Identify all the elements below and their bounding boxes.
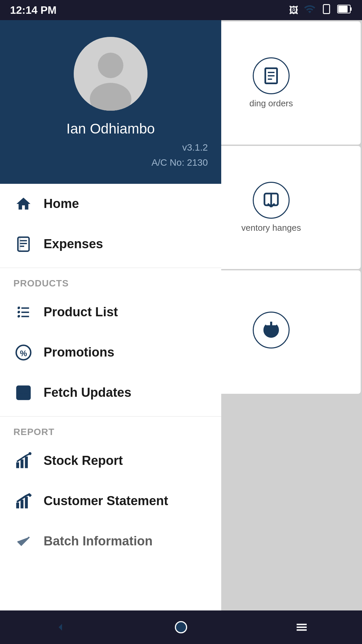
menu-item-promotions[interactable]: % Promotions — [0, 332, 221, 373]
avatar — [74, 37, 147, 111]
promotions-icon: % — [13, 342, 34, 363]
svg-rect-0 — [323, 4, 330, 13]
svg-point-39 — [28, 452, 32, 455]
section-header-products: PRODUCTS — [0, 271, 221, 292]
status-icons: 🖼 — [289, 3, 352, 17]
drawer-header: Ian Odhiambo v3.1.2 A/C No: 2130 — [0, 20, 221, 184]
menu-item-fetch-updates[interactable]: Fetch Updates — [0, 373, 221, 413]
status-time: 12:14 PM — [10, 4, 57, 16]
phone-icon — [321, 4, 332, 17]
batch-info-label: Batch Information — [44, 534, 153, 548]
batch-info-icon — [13, 531, 34, 551]
svg-rect-41 — [20, 499, 23, 508]
svg-rect-40 — [16, 502, 19, 508]
fetch-updates-icon — [13, 383, 34, 403]
bg-card-orders-label: ding orders — [246, 98, 296, 109]
stock-report-icon — [13, 451, 34, 471]
expenses-icon — [13, 234, 34, 254]
menu-item-batch-information[interactable]: Batch Information — [0, 521, 221, 561]
promotions-label: Promotions — [44, 345, 114, 360]
svg-rect-38 — [25, 457, 28, 468]
menu-item-stock-report[interactable]: Stock Report — [0, 441, 221, 481]
navigation-drawer: Ian Odhiambo v3.1.2 A/C No: 2130 Home Ex… — [0, 20, 221, 644]
home-label: Home — [44, 197, 79, 211]
svg-point-15 — [98, 53, 123, 78]
menu-button[interactable] — [275, 614, 328, 641]
divider-2 — [0, 416, 221, 417]
customer-statement-icon — [13, 491, 34, 511]
bottom-navigation — [0, 610, 362, 644]
divider-1 — [0, 268, 221, 268]
svg-rect-37 — [20, 459, 23, 468]
svg-rect-22 — [18, 237, 20, 251]
customer-statement-label: Customer Statement — [44, 494, 168, 508]
expenses-label: Expenses — [44, 237, 103, 251]
back-button[interactable] — [34, 614, 87, 641]
menu-item-customer-statement[interactable]: Customer Statement — [0, 481, 221, 521]
fetch-updates-label: Fetch Updates — [44, 385, 131, 400]
svg-rect-31 — [18, 315, 20, 317]
status-bar: 12:14 PM 🖼 — [0, 0, 362, 20]
svg-rect-3 — [338, 6, 348, 12]
home-button[interactable] — [154, 614, 208, 641]
home-icon — [13, 194, 34, 214]
version-number: v3.1.2 — [182, 142, 208, 153]
svg-rect-30 — [18, 311, 20, 313]
svg-rect-36 — [16, 462, 19, 468]
svg-text:%: % — [20, 348, 27, 358]
svg-rect-29 — [18, 307, 20, 309]
menu-item-expenses[interactable]: Expenses — [0, 224, 221, 264]
account-number: A/C No: 2130 — [152, 157, 208, 168]
wifi-icon — [304, 3, 316, 17]
menu-item-home[interactable]: Home — [0, 184, 221, 224]
drawer-menu: Home Expenses PRODUCTS — [0, 184, 221, 644]
svg-rect-2 — [351, 7, 352, 11]
product-list-icon — [13, 302, 34, 322]
image-icon: 🖼 — [289, 5, 298, 16]
menu-item-product-list[interactable]: Product List — [0, 292, 221, 332]
section-header-report: REPORT — [0, 420, 221, 441]
svg-rect-42 — [25, 497, 28, 508]
bg-card-inventory-label: ventory hanges — [238, 223, 304, 233]
product-list-label: Product List — [44, 305, 118, 319]
svg-point-45 — [175, 622, 186, 633]
stock-report-label: Stock Report — [44, 453, 123, 468]
battery-icon — [337, 5, 352, 16]
user-name: Ian Odhiambo — [13, 121, 208, 137]
version-info: v3.1.2 A/C No: 2130 — [13, 140, 208, 170]
